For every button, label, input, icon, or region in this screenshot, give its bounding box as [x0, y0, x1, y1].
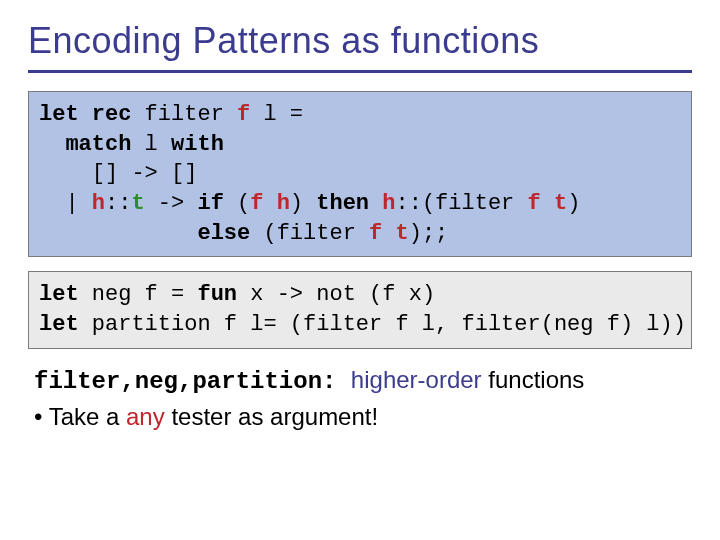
txt: l	[131, 132, 171, 157]
txt: (	[224, 191, 250, 216]
notes-block: filter,neg,partition: higher-order funct…	[28, 363, 692, 435]
bullet-tail: tester as argument!	[165, 403, 378, 430]
fn-names: filter,neg,partition:	[34, 368, 351, 395]
kw-with: with	[171, 132, 224, 157]
kw-fun: fun	[197, 282, 237, 307]
cons: ::	[105, 191, 131, 216]
txt: )	[290, 191, 316, 216]
txt: ::(filter	[395, 191, 527, 216]
expr-h: h	[382, 191, 395, 216]
kw-if: if	[197, 191, 223, 216]
kw-let-2: let	[39, 312, 92, 337]
slide: Encoding Patterns as functions let rec f…	[0, 0, 720, 540]
higher-order-text: higher-order	[351, 366, 482, 393]
functions-text: functions	[482, 366, 585, 393]
txt: neg f =	[92, 282, 198, 307]
expr-f-t-2: f t	[369, 221, 409, 246]
kw-match: match	[39, 132, 131, 157]
txt: (filter	[250, 221, 369, 246]
pat-h: h	[92, 191, 105, 216]
kw-then: then	[316, 191, 369, 216]
txt: partition f l= (filter f l, filter(neg f…	[92, 312, 686, 337]
txt	[369, 191, 382, 216]
txt	[39, 221, 197, 246]
code-block-neg-partition: let neg f = fun x -> not (f x) let parti…	[28, 271, 692, 348]
title-rule	[28, 70, 692, 73]
kw-else: else	[197, 221, 250, 246]
txt: filter	[131, 102, 237, 127]
expr-f-t: f t	[528, 191, 568, 216]
txt: l =	[250, 102, 316, 127]
txt: ->	[145, 191, 198, 216]
notes-line-2: • Take a any tester as argument!	[34, 400, 692, 435]
txt: |	[39, 191, 92, 216]
txt: );;	[409, 221, 449, 246]
kw-let-rec: let rec	[39, 102, 131, 127]
txt: )	[567, 191, 580, 216]
line-empty-case: [] -> []	[39, 161, 197, 186]
expr-f-h: f h	[250, 191, 290, 216]
bullet-lead: • Take a	[34, 403, 126, 430]
arg-f: f	[237, 102, 250, 127]
code-block-filter: let rec filter f l = match l with [] -> …	[28, 91, 692, 257]
pat-t: t	[131, 191, 144, 216]
notes-line-1: filter,neg,partition: higher-order funct…	[34, 363, 692, 400]
txt: x -> not (f x)	[237, 282, 435, 307]
any-emph: any	[126, 403, 165, 430]
slide-title: Encoding Patterns as functions	[28, 20, 692, 62]
kw-let-1: let	[39, 282, 92, 307]
